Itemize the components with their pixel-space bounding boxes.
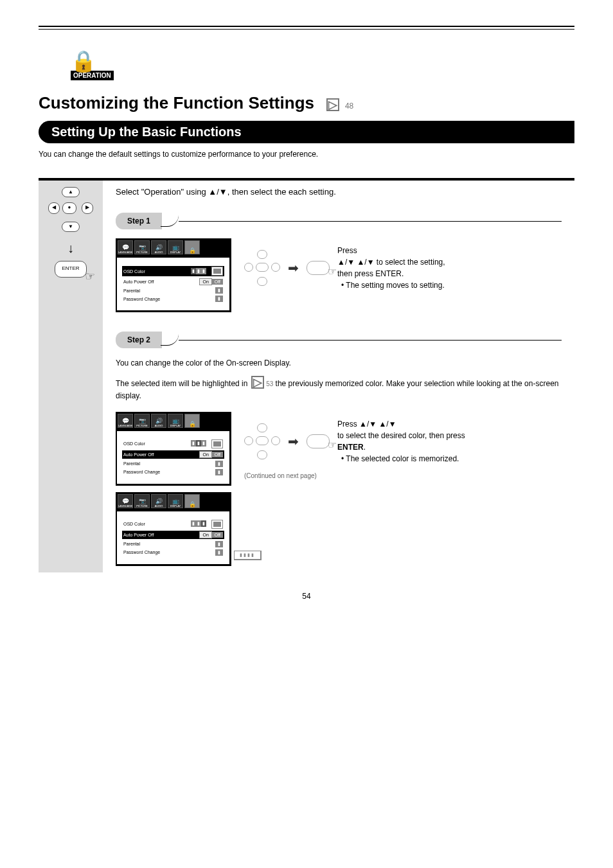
dpad-right-icon: ▶ [82,202,93,214]
tab-picture: 📷PICTURE [134,240,150,254]
nav-down-icon [257,277,267,286]
tab-operation: 🔒 [184,494,200,508]
menu-row-osd: OSD Color ▮▮▮ [123,520,223,529]
tab-picture: 📷PICTURE [134,414,150,428]
menu-row-parental: Parental▮ [123,287,223,294]
intro-text: You can change the default settings to c… [39,150,574,159]
nav-left-icon [244,263,253,272]
tab-language: 💬LANGUAGE [118,414,133,428]
dpad-down-icon: ▼ [62,222,80,232]
goto-icon: ▷ [326,98,339,111]
lock-icon: 🔒 [71,49,114,73]
arrow-right-icon: ➡ [288,432,299,451]
content: Select "Operation" using ▲/▼, then selec… [103,181,574,572]
nav-up-icon [257,423,267,432]
menu-row-auto: Auto Power Off OnOff [122,531,224,539]
menu-box-3: OSD Color ▮▮▮ Auto Power Off OnOff Paren… [116,510,231,566]
password-overlay: ▮▮▮▮ [234,551,262,560]
step-2-body: 💬LANGUAGE 📷PICTURE 🔊AUDIO 📺DISPLAY 🔒 OSD… [116,412,562,566]
menu-box-2: OSD Color ▮▮▮ Auto Power Off OnOff Paren… [116,430,231,486]
menu-row-osd: OSD Color ▮▮▮ [123,439,223,448]
step-2-label: Step 2 [116,332,562,348]
nav-figure-1: ➡ Press ▲/▼ ▲/▼ to select the setting, t… [244,245,562,291]
tab-operation: 🔒 [184,414,200,428]
step1-bullet: • The setting moves to setting. [341,279,562,291]
arrow-right-icon: ➡ [288,258,299,278]
enter-button-figure: ENTER [55,261,87,278]
page: 🔒 OPERATION Customizing the Function Set… [0,0,613,614]
menu-screenshot-3: 💬LANGUAGE 📷PICTURE 🔊AUDIO 📺DISPLAY 🔒 OSD… [116,492,231,566]
tab-operation: 🔒 [184,240,200,254]
dpad-up-icon: ▲ [62,187,80,197]
section-heading: Setting Up the Basic Functions [39,121,574,143]
goto-icon-small: ▷ [251,376,264,389]
tab-display: 📺DISPLAY [168,494,183,508]
enter-figure [306,261,330,275]
tab-language: 💬LANGUAGE [118,240,133,254]
nav-center-icon [256,436,269,445]
menu-box-1: OSD Color ▮▮▮ Auto Power Off OnOff Paren… [116,256,231,312]
nav-right-icon [271,436,280,445]
step-head-text: Select "Operation" using ▲/▼, then selec… [116,187,336,197]
tab-audio: 🔊AUDIO [151,494,166,508]
menu-row-parental: Parental▮ [123,541,223,547]
tv-thumb-icon [211,439,223,448]
menu-row-password: Password Change▮ [123,469,223,475]
title-note: 48 [345,102,353,111]
arrow-down-icon: ↓ [67,241,74,256]
step-2-intro: You can change the color of the On-scree… [116,357,562,403]
menu-row-auto: Auto Power Off OnOff [123,278,223,285]
nav-right-icon [271,263,280,272]
menu-row-osd: OSD Color ▮▮▮ [122,266,224,276]
nav-up-icon [257,250,267,259]
operation-badge: 🔒 OPERATION [71,49,574,80]
tv-thumb-icon [211,520,223,529]
menu-row-password: Password Change▮ [123,549,223,556]
step-2-text: ➡ Press ▲/▼ ▲/▼ to select the desired co… [244,412,562,566]
nav-center-icon [256,263,269,272]
section: ▲ ◀ ● ▶ ▼ ↓ ENTER Select "Operation" usi… [39,178,574,572]
menu-screenshot-1: 💬LANGUAGE 📷PICTURE 🔊AUDIO 📺DISPLAY 🔒 OSD… [116,238,231,312]
title-text: Customizing the Function Settings [39,93,314,112]
tab-display: 📺DISPLAY [168,240,183,254]
operation-label: OPERATION [71,71,114,80]
dpad-enter-icon: ● [62,202,76,214]
nav-down-icon [257,450,267,459]
page-title: Customizing the Function Settings ▷ 48 [39,93,574,113]
tab-audio: 🔊AUDIO [151,414,166,428]
tv-thumb-icon [211,267,223,276]
step-1-label: Step 1 [116,213,562,229]
top-rule [39,26,574,30]
dpad-figure: ▲ ◀ ● ▶ ▼ [48,187,93,232]
tab-language: 💬LANGUAGE [118,494,133,508]
step-1-text: ➡ Press ▲/▼ ▲/▼ to select the setting, t… [244,238,562,312]
tab-display: 📺DISPLAY [168,414,183,428]
menu-row-password: Password Change▮ [123,296,223,302]
nav-left-icon [244,436,253,445]
menu-row-parental: Parental▮ [123,461,223,467]
step-1-body: 💬LANGUAGE 📷PICTURE 🔊AUDIO 📺DISPLAY 🔒 OSD… [116,238,562,312]
sidebar-remote: ▲ ◀ ● ▶ ▼ ↓ ENTER [39,181,103,572]
page-number: 54 [39,592,574,601]
enter-figure [306,434,330,448]
dpad-left-icon: ◀ [48,202,60,214]
nav-figure-2: ➡ Press ▲/▼ ▲/▼ to select the desired co… [244,418,562,465]
step2-bullet: • The selected color is memorized. [341,453,562,465]
tab-audio: 🔊AUDIO [151,240,166,254]
continued-notice: (Continued on next page) [244,471,562,481]
tab-picture: 📷PICTURE [134,494,150,508]
menu-screenshot-2: 💬LANGUAGE 📷PICTURE 🔊AUDIO 📺DISPLAY 🔒 OSD… [116,412,231,486]
menu-row-auto: Auto Power Off OnOff [122,450,224,459]
step-heading: Select "Operation" using ▲/▼, then selec… [116,187,562,197]
